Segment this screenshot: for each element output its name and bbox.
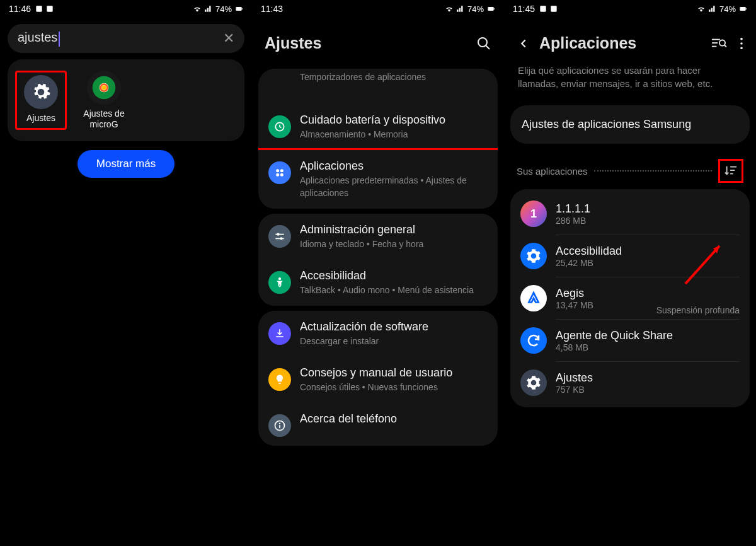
- svg-point-34: [740, 42, 743, 45]
- battery-percent: 74%: [215, 4, 232, 14]
- item-subtitle: Almacenamiento • Memoria: [300, 129, 488, 141]
- app-result-ajustes[interactable]: Ajustes: [15, 71, 67, 130]
- svg-point-9: [478, 38, 487, 47]
- status-bar: 11:45 74%: [504, 0, 756, 18]
- page-header: Aplicaciones: [504, 18, 756, 64]
- app-row-1111[interactable]: 1 1.1.1.1 286 MB: [510, 193, 750, 235]
- settings-item-apps[interactable]: Aplicaciones Aplicaciones predeterminada…: [258, 148, 498, 209]
- accessibility-icon: [273, 276, 286, 289]
- item-title: Administración general: [300, 223, 488, 237]
- info-icon: [273, 419, 286, 432]
- wifi-icon: [697, 4, 706, 13]
- status-bar: 11:46 74%: [0, 0, 252, 18]
- svg-point-22: [279, 422, 281, 424]
- lightbulb-icon: [273, 373, 286, 386]
- item-subtitle: TalkBack • Audio mono • Menú de asistenc…: [300, 284, 488, 297]
- svg-point-12: [276, 169, 279, 172]
- aegis-icon: [525, 290, 542, 306]
- svg-point-35: [740, 47, 743, 49]
- svg-point-33: [740, 37, 743, 40]
- signal-icon: [204, 4, 213, 13]
- settings-card-1: Temporizadores de aplicaciones Cuidado b…: [258, 69, 498, 209]
- show-more-button[interactable]: Mostrar más: [77, 150, 175, 178]
- settings-item-accessibility[interactable]: Accesibilidad TalkBack • Audio mono • Me…: [258, 260, 498, 306]
- more-icon[interactable]: [740, 37, 743, 50]
- app-size: 4,58 MB: [556, 342, 740, 352]
- gear-icon: [31, 82, 51, 102]
- svg-rect-2: [236, 7, 241, 11]
- apps-grid-icon: [273, 166, 286, 179]
- sort-icon: [724, 165, 738, 177]
- status-bar: 11:43 74%: [252, 0, 504, 18]
- app-badge: Suspensión profunda: [656, 305, 740, 315]
- samsung-app-settings[interactable]: Ajustes de aplicaciones Samsung: [510, 105, 750, 144]
- search-input[interactable]: ajustes ✕: [8, 24, 244, 53]
- settings-card-2: Administración general Idioma y teclado …: [258, 214, 498, 306]
- item-title: Accesibilidad: [300, 269, 488, 283]
- gear-icon: [525, 248, 542, 264]
- divider-dotted: [594, 170, 712, 171]
- svg-line-32: [724, 45, 726, 47]
- svg-rect-7: [488, 7, 493, 11]
- app-result-microg[interactable]: Ajustes de microG: [78, 71, 130, 130]
- screen-settings: 11:43 74% Ajustes Temporizadores de apli…: [252, 0, 504, 546]
- status-time: 11:43: [261, 4, 283, 14]
- app-label: Ajustes de microG: [78, 108, 130, 130]
- svg-point-19: [280, 237, 282, 240]
- app-name: Accesibilidad: [556, 245, 740, 258]
- page-title: Aplicaciones: [539, 34, 636, 52]
- app-name: 1.1.1.1: [556, 202, 740, 216]
- item-title: Acerca del teléfono: [300, 412, 488, 426]
- item-subtitle: Temporizadores de aplicaciones: [300, 71, 488, 84]
- app-name: Ajustes: [556, 371, 740, 385]
- samsung-settings-label: Ajustes de aplicaciones Samsung: [522, 118, 691, 131]
- your-apps-header: Sus aplicaciones: [504, 150, 756, 187]
- battery-percent: 74%: [467, 4, 484, 14]
- svg-point-31: [719, 40, 725, 45]
- app-size: 286 MB: [556, 216, 740, 226]
- item-title: Actualización de software: [300, 320, 488, 334]
- settings-item-general[interactable]: Administración general Idioma y teclado …: [258, 214, 498, 260]
- signal-icon: [708, 4, 717, 13]
- app-list: 1 1.1.1.1 286 MB Accesibilidad 25,42 MB: [510, 189, 750, 407]
- settings-item-partial[interactable]: Temporizadores de aplicaciones: [258, 69, 498, 104]
- settings-item-battery[interactable]: Cuidado batería y dispositivo Almacenami…: [258, 104, 498, 150]
- page-header: Ajustes: [252, 18, 504, 64]
- app-name: Aegis: [556, 287, 740, 300]
- screen-apps: 11:45 74% Aplicaciones Elija qué aplicac…: [504, 0, 756, 546]
- app-size: 25,42 MB: [556, 258, 740, 268]
- app-row-accesibilidad[interactable]: Accesibilidad 25,42 MB: [510, 235, 750, 277]
- your-apps-label: Sus aplicaciones: [517, 166, 588, 177]
- search-icon[interactable]: [476, 36, 491, 51]
- status-notification-icons: [539, 4, 558, 13]
- app-row-aegis[interactable]: Aegis 13,47 MB Suspensión profunda: [510, 277, 750, 319]
- settings-item-software-update[interactable]: Actualización de software Descargar e in…: [258, 311, 498, 357]
- status-time: 11:46: [9, 4, 31, 14]
- settings-item-tips[interactable]: Consejos y manual de usuario Consejos út…: [258, 357, 498, 403]
- battery-percent: 74%: [719, 4, 736, 14]
- page-title: Ajustes: [265, 34, 321, 52]
- item-subtitle: Descargar e instalar: [300, 335, 488, 348]
- gear-icon: [525, 375, 542, 391]
- sort-button[interactable]: [718, 159, 743, 183]
- status-time: 11:45: [513, 4, 535, 14]
- item-subtitle: Idioma y teclado • Fecha y hora: [300, 238, 488, 251]
- app-row-quickshare[interactable]: Agente de Quick Share 4,58 MB: [510, 320, 750, 361]
- svg-rect-1: [47, 6, 52, 11]
- microg-gear-icon: [90, 74, 118, 102]
- svg-point-13: [280, 169, 284, 172]
- app-icon-1111: 1: [530, 207, 537, 221]
- signal-icon: [456, 4, 465, 13]
- svg-point-15: [280, 173, 284, 177]
- filter-search-icon[interactable]: [711, 37, 727, 50]
- settings-item-about[interactable]: Acerca del teléfono: [258, 403, 498, 446]
- search-value: ajustes: [18, 30, 57, 44]
- item-subtitle: Aplicaciones predeterminadas • Ajustes d…: [300, 175, 488, 199]
- app-row-ajustes[interactable]: Ajustes 757 KB: [510, 362, 750, 404]
- back-button[interactable]: [517, 37, 530, 50]
- svg-rect-23: [279, 425, 280, 428]
- svg-rect-24: [540, 6, 546, 11]
- svg-rect-3: [242, 8, 243, 9]
- svg-point-18: [277, 233, 279, 235]
- clear-search-icon[interactable]: ✕: [223, 30, 234, 47]
